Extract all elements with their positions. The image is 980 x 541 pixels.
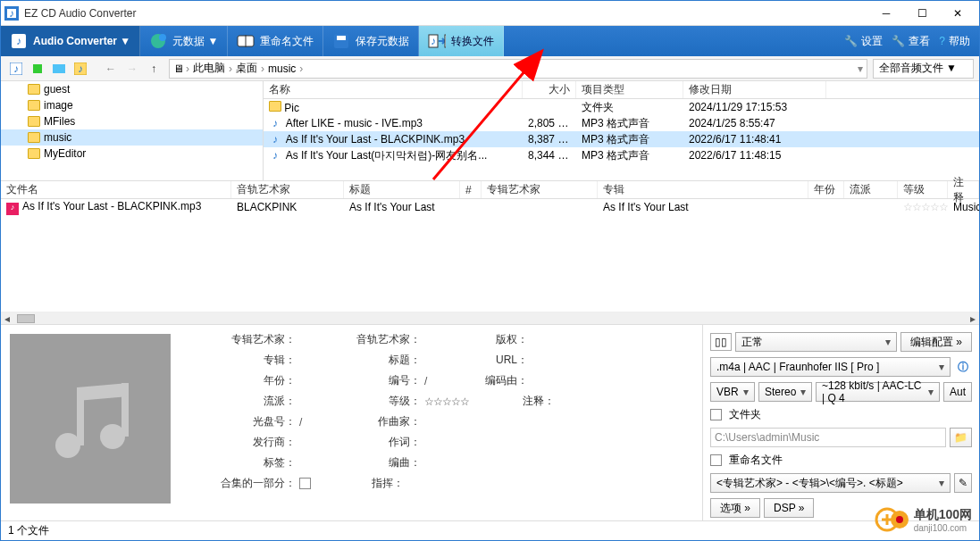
tree-item-mfiles[interactable]: MFiles [1,113,263,129]
file-row[interactable]: Pic文件夹2024/11/29 17:15:53 [264,99,979,115]
album-art[interactable] [10,334,171,504]
qcol-album[interactable]: 专辑 [598,181,808,198]
folder-icon [28,132,40,143]
qcol-file[interactable]: 文件名 [1,181,231,198]
rename-button[interactable]: 重命名文件 [228,26,323,56]
queue-row[interactable]: ♪As If It's Your Last - BLACKPINK.mp3BLA… [1,199,979,215]
svg-text:♪: ♪ [78,62,83,75]
audio-converter-button[interactable]: ♪ Audio Converter ▼ [1,26,140,56]
browse-folder-button[interactable]: 📁 [950,428,972,447]
add-button[interactable] [28,60,47,78]
trackno-label: 编号： [317,373,424,388]
minimize-button[interactable]: ─ [868,2,904,25]
save-metadata-button[interactable]: 保存元数据 [323,26,419,56]
chevron-down-icon[interactable]: ▾ [858,62,863,75]
qcol-num[interactable]: # [460,181,482,198]
tree-item-guest[interactable]: guest [1,81,263,97]
rename-icon [237,32,255,50]
rename-pattern-select[interactable]: <专辑艺术家> - <专辑>\<编号>. <标题> [710,473,951,493]
tree-item-myeditor[interactable]: MyEditor [1,146,263,162]
settings-button[interactable]: 🔧 设置 [844,34,883,49]
wrench-icon: 🔧 [844,35,858,47]
breadcrumb-item[interactable]: 桌面 [234,61,259,76]
arranger-label: 编曲： [317,455,424,470]
edit-pattern-button[interactable]: ✎ [954,473,972,493]
help-icon: ? [939,35,945,47]
svg-rect-10 [337,36,346,40]
queue-panel: 文件名 音轨艺术家 标题 # 专辑艺术家 专辑 年份 流派 等级 注释 ♪As … [1,181,979,324]
music-file-icon: ♪ [269,133,281,146]
folder-icon [28,116,40,127]
music-library-button[interactable]: ♪ [6,60,26,78]
metadata-button[interactable]: 元数据 ▼ [140,26,228,56]
file-filter-select[interactable]: 全部音频文件 ▼ [873,59,974,79]
col-name[interactable]: 名称 [264,81,523,98]
tree-item-image[interactable]: image [1,97,263,113]
svg-rect-18 [53,64,65,73]
svg-rect-17 [33,64,42,73]
close-button[interactable]: ✕ [940,2,976,25]
folder-icon [28,100,40,111]
back-button[interactable]: ← [101,60,121,78]
rename-label: 重命名文件 [729,453,783,468]
qcol-year[interactable]: 年份 [808,181,844,198]
view-button[interactable]: 🔧 查看 [892,34,930,49]
metadata-icon [149,32,167,50]
folder-label: 文件夹 [729,407,761,422]
folder-icon [28,84,40,95]
bitrate-select[interactable]: ~128 kbit/s | AAC-LC | Q 4 [816,382,940,402]
dsp-button[interactable]: DSP » [764,498,814,518]
qcol-title[interactable]: 标题 [344,181,460,198]
stereo-select[interactable]: Stereo [758,382,812,402]
folder-path-input[interactable]: C:\Users\admin\Music [710,428,946,447]
convert-button[interactable]: ♪♪ 转换文件 [419,26,504,56]
forward-button[interactable]: → [122,60,142,78]
qcol-genre[interactable]: 流派 [844,181,898,198]
auto-button[interactable]: Aut [943,382,972,402]
tag-label: 标签： [183,455,299,470]
lyrics-label: 作词： [317,435,424,450]
help-button[interactable]: ? 帮助 [939,34,970,49]
breadcrumb-item[interactable]: music [266,62,297,75]
breadcrumb[interactable]: 🖥 › 此电脑 › 桌面 › music › ▾ [169,59,867,79]
desktop-button[interactable] [49,60,69,78]
maximize-button[interactable]: ☐ [904,2,940,25]
qcol-artist[interactable]: 音轨艺术家 [231,181,344,198]
url-label: URL： [442,353,532,368]
metadata-panel: 专辑艺术家： 音轨艺术家： 版权： 专辑： 标题： URL： 年份： 编号：/ … [180,325,702,520]
qcol-rating[interactable]: 等级 [898,181,948,198]
up-button[interactable]: ↑ [144,60,163,78]
col-type[interactable]: 项目类型 [576,81,683,98]
compilation-checkbox[interactable] [299,478,311,489]
tree-item-music[interactable]: music [1,129,263,146]
horizontal-scrollbar[interactable]: ◂▸ [1,312,979,324]
info-icon[interactable]: ⓘ [954,360,972,375]
breadcrumb-item[interactable]: 此电脑 [191,61,227,76]
edit-config-button[interactable]: 编辑配置 » [900,332,972,352]
file-row[interactable]: ♪ As If It's Your Last(마지막처럼)-网友别名...8,3… [264,147,979,163]
music-folder-button[interactable]: ♪ [71,60,90,78]
disc-label: 光盘号： [183,414,299,429]
composer-label: 作曲家： [317,414,424,429]
folder-icon [28,148,40,159]
file-list-header: 名称 大小 项目类型 修改日期 [264,81,979,99]
qcol-album-artist[interactable]: 专辑艺术家 [482,181,598,198]
file-row[interactable]: ♪ As If It's Your Last - BLACKPINK.mp38,… [264,131,979,147]
format-select[interactable]: .m4a | AAC | Fraunhofer IIS [ Pro ] [710,357,951,377]
part-label: 合集的一部分： [183,476,299,491]
rename-checkbox[interactable] [710,454,722,466]
encoded-label: 编码由： [442,373,532,388]
priority-select[interactable]: 正常 [735,332,897,352]
vbr-select[interactable]: VBR [710,382,755,402]
folder-checkbox[interactable] [710,409,722,420]
wrench-icon: 🔧 [892,35,905,47]
col-size[interactable]: 大小 [523,81,576,98]
file-row[interactable]: ♪ After LIKE - music - IVE.mp32,805 KBMP… [264,115,979,131]
app-icon: ♪ [4,6,19,21]
col-date[interactable]: 修改日期 [683,81,826,98]
qcol-note[interactable]: 注释 [948,181,979,198]
output-settings: ▯▯ 正常 编辑配置 » .m4a | AAC | Fraunhofer IIS… [702,325,979,520]
title-label: 标题： [317,353,424,368]
options-button[interactable]: 选项 » [710,498,760,518]
folder-tree[interactable]: guest image MFiles music MyEditor [1,81,264,180]
